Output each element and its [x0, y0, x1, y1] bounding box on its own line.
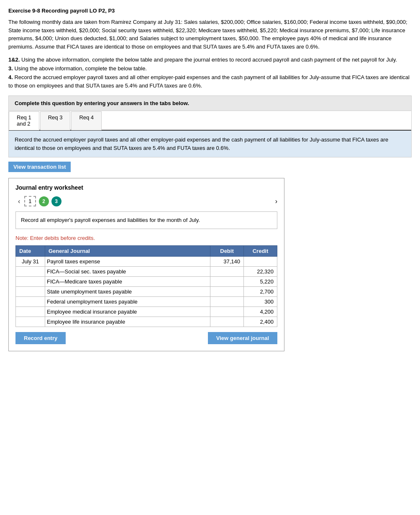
- exercise-title: Exercise 9-8 Recording payroll LO P2, P3: [8, 8, 412, 14]
- instruction-label-2: 3.: [8, 65, 13, 72]
- row-date-4: [16, 296, 45, 306]
- table-row: July 31 Payroll taxes expense 37,140: [16, 256, 277, 266]
- row-date-1: [16, 266, 45, 276]
- col-header-date: Date: [16, 245, 45, 256]
- instruction-text-3: Record the accrued employer payroll taxe…: [8, 74, 410, 89]
- row-debit-5[interactable]: [210, 306, 244, 317]
- row-journal-0[interactable]: Payroll taxes expense: [45, 256, 210, 266]
- tab-content: Record the accrued employer payroll taxe…: [9, 131, 411, 157]
- complete-box: Complete this question by entering your …: [8, 95, 412, 111]
- tab-req-4[interactable]: Req 4: [71, 111, 102, 130]
- instruction-box: Record all employer's payroll expenses a…: [15, 211, 277, 229]
- row-debit-4[interactable]: [210, 296, 244, 306]
- row-debit-2[interactable]: [210, 276, 244, 286]
- record-entry-button[interactable]: Record entry: [15, 332, 66, 344]
- instruction-text-1: Using the above information, complete th…: [20, 57, 397, 63]
- row-journal-6[interactable]: Employee life insurance payable: [45, 317, 210, 327]
- row-debit-3[interactable]: [210, 286, 244, 296]
- row-date-6: [16, 317, 45, 327]
- row-date-5: [16, 306, 45, 317]
- worksheet-box: Journal entry worksheet ‹ 1 2 3 › Record…: [8, 178, 284, 351]
- note-text: Note: Enter debits before credits.: [15, 235, 277, 241]
- page-num-1[interactable]: 1: [24, 196, 36, 206]
- nav-row: ‹ 1 2 3 ›: [15, 196, 277, 206]
- prev-arrow[interactable]: ‹: [15, 197, 23, 206]
- instruction-3: 4. Record the accrued employer payroll t…: [8, 73, 412, 91]
- row-credit-4[interactable]: 300: [244, 296, 277, 306]
- table-row: Employee medical insurance payable 4,200: [16, 306, 277, 317]
- tab-req-1-2[interactable]: Req 1and 2: [9, 111, 39, 130]
- table-row: FICA—Social sec. taxes payable 22,320: [16, 266, 277, 276]
- row-credit-6[interactable]: 2,400: [244, 317, 277, 327]
- table-row: Employee life insurance payable 2,400: [16, 317, 277, 327]
- intro-text: The following monthly data are taken fro…: [8, 18, 412, 51]
- view-transaction-button[interactable]: View transaction list: [8, 162, 71, 172]
- row-date-2: [16, 276, 45, 286]
- worksheet-title: Journal entry worksheet: [15, 184, 277, 191]
- next-arrow[interactable]: ›: [275, 198, 277, 205]
- page-num-3[interactable]: 3: [51, 196, 61, 206]
- journal-table: Date General Journal Debit Credit July 3…: [15, 245, 277, 327]
- row-journal-2[interactable]: FICA—Medicare taxes payable: [45, 276, 210, 286]
- table-row: Federal unemployment taxes payable 300: [16, 296, 277, 306]
- row-debit-0[interactable]: 37,140: [210, 256, 244, 266]
- bottom-buttons: Record entry View general journal: [15, 332, 277, 344]
- tab-req-3[interactable]: Req 3: [40, 111, 71, 130]
- instructions: 1&2. Using the above information, comple…: [8, 56, 412, 90]
- row-date-3: [16, 286, 45, 296]
- table-row: FICA—Medicare taxes payable 5,220: [16, 276, 277, 286]
- page-num-2[interactable]: 2: [39, 196, 49, 206]
- col-header-debit: Debit: [210, 245, 244, 256]
- row-credit-5[interactable]: 4,200: [244, 306, 277, 317]
- view-general-journal-button[interactable]: View general journal: [208, 332, 277, 344]
- row-debit-6[interactable]: [210, 317, 244, 327]
- instruction-2: 3. Using the above information, complete…: [8, 64, 412, 73]
- row-credit-0[interactable]: [244, 256, 277, 266]
- table-row: State unemployment taxes payable 2,700: [16, 286, 277, 296]
- row-date-0: July 31: [16, 256, 45, 266]
- row-journal-3[interactable]: State unemployment taxes payable: [45, 286, 210, 296]
- col-header-journal: General Journal: [45, 245, 210, 256]
- tabs-container: Req 1and 2 Req 3 Req 4 Record the accrue…: [8, 111, 412, 157]
- instruction-text-2: Using the above information, complete th…: [13, 65, 147, 72]
- row-journal-5[interactable]: Employee medical insurance payable: [45, 306, 210, 317]
- row-journal-1[interactable]: FICA—Social sec. taxes payable: [45, 266, 210, 276]
- instruction-1: 1&2. Using the above information, comple…: [8, 56, 412, 64]
- row-debit-1[interactable]: [210, 266, 244, 276]
- col-header-credit: Credit: [244, 245, 277, 256]
- instruction-label-3: 4.: [8, 74, 13, 80]
- tabs-row: Req 1and 2 Req 3 Req 4: [9, 111, 411, 131]
- row-journal-4[interactable]: Federal unemployment taxes payable: [45, 296, 210, 306]
- row-credit-1[interactable]: 22,320: [244, 266, 277, 276]
- row-credit-3[interactable]: 2,700: [244, 286, 277, 296]
- instruction-label-1: 1&2.: [8, 57, 20, 63]
- row-credit-2[interactable]: 5,220: [244, 276, 277, 286]
